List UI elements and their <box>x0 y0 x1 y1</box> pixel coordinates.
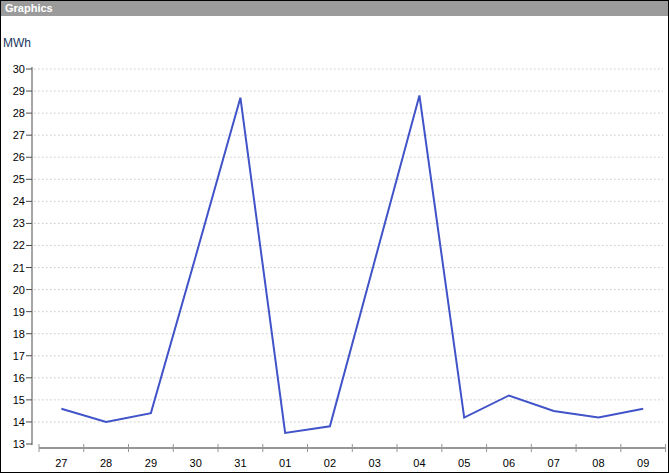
y-tick-label: 13 <box>13 438 25 450</box>
y-tick-label: 30 <box>13 63 25 75</box>
x-tick-label: 28 <box>100 457 112 469</box>
x-tick-label: 03 <box>369 457 381 469</box>
x-tick-label: 01 <box>279 457 291 469</box>
y-tick-label: 19 <box>13 306 25 318</box>
y-tick-label: 22 <box>13 239 25 251</box>
line-chart: 1314151617181920212223242526272829302728… <box>1 1 669 473</box>
x-tick-label: 27 <box>55 457 67 469</box>
x-tick-label: 31 <box>234 457 246 469</box>
graphics-window: Graphics MWh 131415161718192021222324252… <box>0 0 669 473</box>
x-tick-label: 06 <box>503 457 515 469</box>
y-tick-label: 14 <box>13 416 25 428</box>
x-tick-label: 04 <box>413 457 425 469</box>
y-tick-label: 21 <box>13 262 25 274</box>
x-tick-label: 30 <box>190 457 202 469</box>
x-tick-label: 09 <box>637 457 649 469</box>
y-tick-label: 27 <box>13 129 25 141</box>
y-tick-label: 24 <box>13 195 25 207</box>
y-tick-label: 18 <box>13 328 25 340</box>
x-tick-label: 08 <box>592 457 604 469</box>
x-tick-label: 29 <box>145 457 157 469</box>
y-tick-label: 17 <box>13 350 25 362</box>
gridlines <box>34 69 663 422</box>
x-tick-label: 07 <box>548 457 560 469</box>
y-tick-label: 15 <box>13 394 25 406</box>
x-tick-label: 02 <box>324 457 336 469</box>
y-tick-label: 28 <box>13 107 25 119</box>
y-tick-label: 20 <box>13 284 25 296</box>
y-tick-label: 26 <box>13 151 25 163</box>
y-tick-label: 23 <box>13 217 25 229</box>
series-line <box>61 95 643 433</box>
y-tick-label: 29 <box>13 85 25 97</box>
series-mwh <box>61 95 643 433</box>
x-tick-label: 05 <box>458 457 470 469</box>
y-axis: 131415161718192021222324252627282930 <box>13 63 32 450</box>
y-tick-label: 16 <box>13 372 25 384</box>
y-tick-label: 25 <box>13 173 25 185</box>
x-axis: 2728293031010203040506070809 <box>39 444 666 469</box>
